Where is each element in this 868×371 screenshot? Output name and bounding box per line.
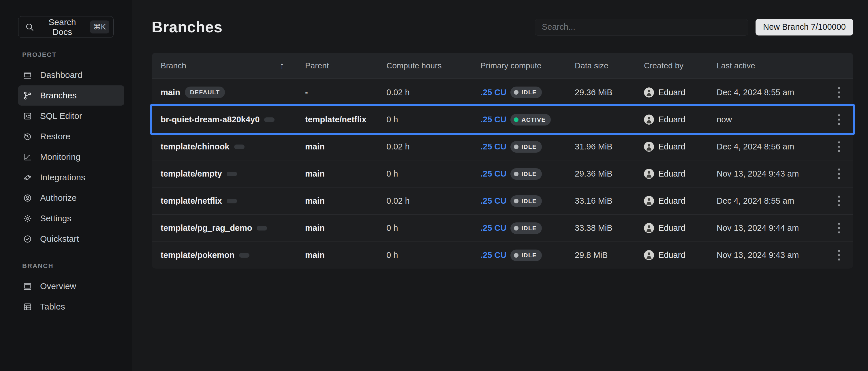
default-badge: [234, 145, 245, 149]
sidebar-item-label: Tables: [40, 302, 65, 312]
compute-units: .25 CU: [480, 250, 506, 260]
status-badge: IDLE: [510, 195, 542, 207]
avatar: [644, 223, 654, 233]
sidebar-item-authorize[interactable]: Authorize: [18, 188, 124, 208]
branch-name: template/empty: [161, 169, 222, 179]
parent-branch: main: [305, 169, 386, 179]
compute-hours: 0.02 h: [386, 142, 480, 151]
parent-branch: main: [305, 223, 386, 233]
restore-icon: [23, 132, 32, 141]
sidebar-item-label: Branches: [40, 91, 77, 100]
column-header-parent[interactable]: Parent: [305, 61, 386, 70]
parent-branch: main: [305, 196, 386, 206]
overview-icon: [23, 282, 32, 291]
parent-branch: template/netflix: [305, 115, 386, 124]
sidebar-item-quickstart[interactable]: Quickstart: [18, 229, 124, 249]
monitoring-icon: [23, 153, 32, 161]
table-row[interactable]: main DEFAULT - 0.02 h .25 CU IDLE 29.36 …: [152, 79, 853, 106]
sidebar-item-sql-editor[interactable]: SQL Editor: [18, 106, 124, 126]
sidebar-item-label: Monitoring: [40, 152, 81, 162]
app: Search Docs ⌘K PROJECTDashboardBranchesS…: [0, 0, 868, 371]
row-menu-button[interactable]: [835, 138, 843, 155]
table-row[interactable]: template/netflix main 0.02 h .25 CU IDLE…: [152, 187, 853, 214]
table-row[interactable]: br-quiet-dream-a820k4y0 template/netflix…: [152, 106, 853, 133]
avatar: [644, 142, 654, 152]
compute-hours: 0 h: [386, 169, 480, 179]
column-header-primary-compute[interactable]: Primary compute: [480, 61, 575, 70]
created-by: Eduard: [658, 250, 685, 260]
compute-hours: 0 h: [386, 115, 480, 124]
sidebar-item-dashboard[interactable]: Dashboard: [18, 65, 124, 85]
status-dot-icon: [514, 90, 519, 95]
branches-table: Branch↑ParentCompute hoursPrimary comput…: [152, 53, 853, 269]
sort-ascending-icon[interactable]: ↑: [280, 60, 305, 71]
column-header-data-size[interactable]: Data size: [575, 61, 644, 70]
row-menu-button[interactable]: [835, 220, 843, 236]
status-dot-icon: [514, 145, 519, 149]
row-menu-button[interactable]: [835, 111, 843, 128]
status-badge: IDLE: [510, 87, 542, 98]
default-badge: [227, 172, 237, 176]
compute-units: .25 CU: [480, 196, 506, 206]
sidebar-item-settings[interactable]: Settings: [18, 208, 124, 228]
column-header-compute-hours[interactable]: Compute hours: [386, 61, 480, 70]
data-size: 33.16 MiB: [575, 196, 644, 206]
status-dot-icon: [514, 253, 519, 258]
section-label-branch: BRANCH: [22, 262, 127, 270]
quickstart-icon: [23, 235, 32, 244]
data-size: 29.36 MiB: [575, 169, 644, 179]
main-content: Branches New Branch 7/100000 Branch↑Pare…: [132, 0, 868, 371]
row-menu-button[interactable]: [835, 247, 843, 264]
sidebar-item-label: Quickstart: [40, 234, 79, 244]
table-row[interactable]: template/empty main 0 h .25 CU IDLE 29.3…: [152, 160, 853, 187]
compute-units: .25 CU: [480, 142, 506, 151]
row-menu-button[interactable]: [835, 165, 843, 182]
status-label: ACTIVE: [521, 116, 546, 123]
last-active: Dec 4, 2024 8:55 am: [717, 196, 825, 206]
default-badge: DEFAULT: [185, 87, 225, 98]
status-label: IDLE: [521, 144, 537, 150]
sidebar-item-tables[interactable]: Tables: [18, 297, 124, 317]
table-body: main DEFAULT - 0.02 h .25 CU IDLE 29.36 …: [152, 79, 853, 269]
sidebar-item-monitoring[interactable]: Monitoring: [18, 147, 124, 167]
status-label: IDLE: [521, 197, 537, 205]
search-input[interactable]: [535, 19, 748, 35]
column-header-branch[interactable]: Branch↑: [152, 60, 305, 71]
sidebar-item-label: Dashboard: [40, 70, 83, 80]
sidebar-item-label: Restore: [40, 131, 70, 142]
branch-name: main: [161, 88, 180, 97]
branch-name: template/pokemon: [161, 250, 235, 260]
table-row[interactable]: template/pg_rag_demo main 0 h .25 CU IDL…: [152, 214, 853, 242]
column-header-label: Primary compute: [480, 61, 541, 70]
sidebar-item-restore[interactable]: Restore: [18, 126, 124, 147]
sidebar-item-branches[interactable]: Branches: [18, 85, 124, 105]
compute-hours: 0 h: [386, 223, 480, 233]
sidebar-item-label: Authorize: [40, 193, 77, 203]
avatar: [644, 250, 654, 260]
status-badge: ACTIVE: [510, 114, 551, 125]
default-badge: [239, 253, 249, 258]
table-header: Branch↑ParentCompute hoursPrimary comput…: [152, 53, 853, 79]
column-header-label: Branch: [161, 61, 186, 70]
compute-units: .25 CU: [480, 223, 506, 233]
avatar: [644, 87, 654, 97]
column-header-label: Parent: [305, 61, 329, 70]
avatar: [644, 169, 654, 179]
new-branch-button[interactable]: New Branch 7/100000: [755, 19, 853, 35]
column-header-label: Created by: [644, 61, 683, 70]
column-header-created-by[interactable]: Created by: [644, 61, 717, 70]
column-header-label: Compute hours: [386, 61, 441, 70]
column-header-last-active[interactable]: Last active: [717, 61, 825, 70]
row-menu-button[interactable]: [835, 193, 843, 209]
parent-branch: main: [305, 142, 386, 151]
row-menu-button[interactable]: [835, 84, 843, 101]
table-row[interactable]: template/chinook main 0.02 h .25 CU IDLE…: [152, 133, 853, 160]
default-badge: [227, 199, 237, 204]
sidebar-item-overview[interactable]: Overview: [18, 276, 124, 296]
table-row[interactable]: template/pokemon main 0 h .25 CU IDLE 29…: [152, 242, 853, 269]
created-by: Eduard: [658, 142, 685, 151]
search-docs-button[interactable]: Search Docs ⌘K: [18, 16, 114, 38]
sidebar-item-integrations[interactable]: Integrations: [18, 167, 124, 187]
last-active: Dec 4, 2024 8:55 am: [717, 88, 825, 97]
parent-branch: main: [305, 250, 386, 260]
